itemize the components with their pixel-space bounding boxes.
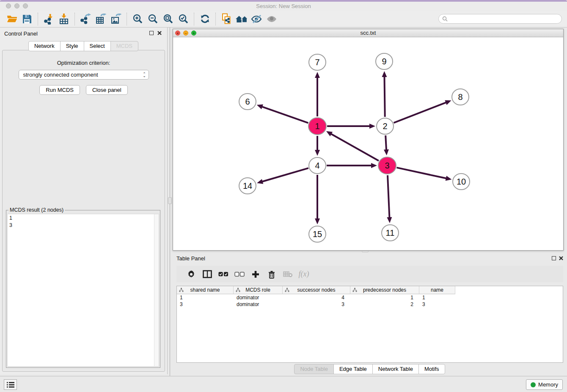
table-cell[interactable]: 3	[283, 301, 350, 308]
hide-selected-button[interactable]	[249, 12, 264, 26]
select-all-button[interactable]	[215, 268, 231, 281]
duplicate-network-button[interactable]	[219, 12, 234, 26]
tab-select[interactable]: Select	[84, 41, 111, 51]
horizontal-splitter-handle[interactable]	[362, 251, 369, 252]
window-traffic-lights[interactable]	[6, 3, 28, 8]
graph-node-15[interactable]: 15	[309, 226, 326, 242]
control-panel: Control Panel Network Style Select MCDS …	[0, 28, 168, 374]
column-header-name[interactable]: name	[419, 286, 455, 294]
tab-network[interactable]: Network	[28, 41, 61, 51]
memory-button[interactable]: Memory	[526, 379, 563, 390]
tab-mcds[interactable]: MCDS	[110, 41, 138, 51]
graph-node-7[interactable]: 7	[309, 54, 326, 70]
frame-maximize-icon[interactable]: +	[191, 30, 196, 36]
close-table-panel-icon[interactable]	[559, 256, 564, 261]
table-cell[interactable]: dominator	[234, 301, 283, 308]
optimization-criterion-select[interactable]: strongly connected component ⌃⌄	[19, 70, 149, 80]
graph-edge-3-1[interactable]	[330, 134, 379, 161]
edge-arrowhead	[387, 217, 392, 223]
graph-node-2[interactable]: 2	[377, 118, 394, 134]
column-header-successor-nodes[interactable]: successor nodes	[283, 286, 350, 294]
column-header-MCDS-role[interactable]: MCDS role	[234, 286, 283, 294]
graph-node-3[interactable]: 3	[378, 157, 396, 174]
mcds-result-textarea[interactable]: 1 3	[7, 214, 159, 367]
table-cell[interactable]: 1	[350, 294, 419, 301]
tree-icon	[285, 288, 289, 292]
graph-node-9[interactable]: 9	[376, 53, 393, 69]
graph-edge-2-3[interactable]	[385, 135, 386, 150]
close-window-icon[interactable]	[6, 3, 11, 8]
zoom-fit-button[interactable]	[160, 12, 176, 26]
first-neighbors-button[interactable]	[234, 12, 249, 26]
network-canvas[interactable]: 1234678910111415	[173, 37, 563, 250]
graph-edge-2-8[interactable]	[394, 102, 447, 123]
import-network-button[interactable]	[41, 12, 56, 26]
column-chooser-button[interactable]	[199, 268, 215, 281]
graph-node-4[interactable]: 4	[309, 157, 326, 174]
graph-node-11[interactable]: 11	[382, 225, 399, 241]
graph-edge-1-6[interactable]	[261, 107, 308, 123]
show-all-button[interactable]	[264, 12, 280, 26]
graph-node-1[interactable]: 1	[308, 118, 326, 135]
table-cell[interactable]: 1	[419, 294, 455, 301]
graph-edge-3-11[interactable]	[388, 175, 389, 218]
save-session-button[interactable]	[19, 12, 35, 26]
table-row[interactable]: 3dominator323	[177, 301, 563, 308]
close-panel-icon[interactable]	[157, 30, 162, 36]
tab-edge-table[interactable]: Edge Table	[333, 364, 373, 374]
run-mcds-button[interactable]: Run MCDS	[39, 85, 80, 95]
delete-table-button[interactable]	[280, 268, 296, 281]
add-column-button[interactable]	[248, 268, 264, 281]
graph-edge-4-14[interactable]	[262, 168, 308, 182]
table-cell[interactable]: 2	[350, 301, 419, 308]
tab-motifs[interactable]: Motifs	[418, 364, 445, 374]
column-header-shared-name[interactable]: shared name	[177, 286, 234, 294]
graph-edge-2-9[interactable]	[384, 76, 385, 117]
search-input[interactable]	[450, 16, 558, 22]
tab-style[interactable]: Style	[60, 41, 84, 51]
tab-node-table[interactable]: Node Table	[294, 364, 334, 374]
import-table-button[interactable]	[56, 12, 72, 26]
table-cell[interactable]: 3	[419, 301, 455, 308]
delete-column-button[interactable]	[264, 268, 280, 281]
node-table[interactable]: shared nameMCDS rolesuccessor nodesprede…	[176, 286, 563, 363]
float-table-panel-icon[interactable]	[552, 256, 556, 260]
zoom-window-icon[interactable]	[23, 3, 28, 8]
graph-edge-3-10[interactable]	[396, 168, 446, 179]
table-cell[interactable]: 1	[177, 294, 234, 301]
table-settings-button[interactable]	[183, 268, 199, 281]
table-cell[interactable]: 4	[283, 294, 350, 301]
graph-node-14[interactable]: 14	[239, 178, 256, 194]
import-table-icon	[58, 14, 69, 25]
tab-network-table[interactable]: Network Table	[372, 364, 419, 374]
frame-minimize-icon[interactable]: −	[183, 30, 188, 36]
task-history-button[interactable]	[4, 379, 17, 390]
minimize-window-icon[interactable]	[14, 3, 19, 8]
export-table-button[interactable]	[93, 12, 108, 26]
graph-node-6[interactable]: 6	[239, 94, 256, 110]
function-builder-button[interactable]: f(x)	[296, 268, 312, 281]
close-panel-button[interactable]: Close panel	[86, 85, 128, 95]
column-header-predecessor-nodes[interactable]: predecessor nodes	[350, 286, 419, 294]
result-scrollbar[interactable]	[154, 214, 159, 366]
graph-node-10[interactable]: 10	[453, 174, 470, 190]
export-network-button[interactable]	[78, 12, 93, 26]
zoom-selected-button[interactable]	[176, 12, 191, 26]
table-cell[interactable]: 3	[177, 301, 234, 308]
vertical-splitter-handle[interactable]	[168, 197, 172, 204]
open-session-button[interactable]	[4, 12, 19, 26]
node-label: 11	[386, 228, 395, 237]
zoom-out-button[interactable]	[145, 12, 160, 26]
table-cell[interactable]: dominator	[234, 294, 283, 301]
import-network-icon	[43, 14, 54, 25]
search-field[interactable]	[438, 14, 562, 24]
table-row[interactable]: 1dominator411	[177, 294, 563, 301]
network-window-titlebar[interactable]: × − + scc.txt	[173, 29, 563, 37]
refresh-network-button[interactable]	[197, 12, 212, 26]
deselect-all-button[interactable]	[231, 268, 248, 281]
zoom-in-button[interactable]	[130, 12, 145, 26]
graph-node-8[interactable]: 8	[452, 89, 469, 105]
frame-close-icon[interactable]: ×	[175, 30, 180, 36]
export-image-button[interactable]	[108, 12, 124, 26]
float-panel-icon[interactable]	[149, 31, 154, 35]
